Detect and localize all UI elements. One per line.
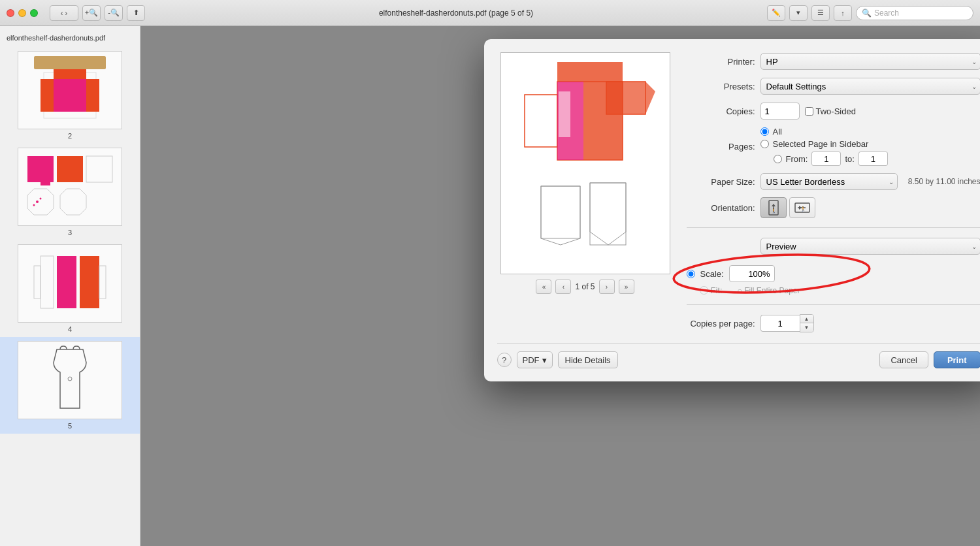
- fit-label: Fit:: [711, 285, 723, 295]
- close-button[interactable]: [7, 9, 14, 17]
- svg-rect-3: [41, 79, 54, 112]
- share-icon: ⬆: [133, 8, 139, 17]
- cancel-button[interactable]: Cancel: [879, 351, 928, 368]
- thumb-svg-3: [21, 150, 119, 225]
- annotation-button[interactable]: ✏️: [767, 5, 785, 21]
- svg-rect-2: [54, 79, 86, 112]
- copies-per-page-input[interactable]: [760, 315, 800, 332]
- sidebar-page-3[interactable]: 3: [0, 144, 140, 240]
- share2-button[interactable]: ↑: [834, 5, 852, 21]
- prev-page-btn[interactable]: ‹: [555, 280, 571, 294]
- minimize-button[interactable]: [18, 9, 26, 17]
- svg-point-13: [36, 201, 39, 203]
- first-page-btn[interactable]: «: [536, 280, 551, 294]
- thumbnail-2: [18, 51, 122, 129]
- presets-select-wrapper: Default Settings ⌄: [760, 78, 981, 95]
- scale-radio[interactable]: [687, 270, 695, 278]
- stepper-up-btn[interactable]: ▲: [800, 315, 813, 323]
- dialog-footer: ? PDF ▾ Hide Details Cancel Print: [497, 343, 981, 368]
- selected-page-row: Selected Page in Sidebar: [760, 139, 888, 149]
- svg-text:🚶: 🚶: [771, 208, 777, 214]
- svg-marker-9: [27, 189, 54, 215]
- pdf-dropdown-arrow: ▾: [542, 355, 547, 365]
- scale-input[interactable]: [729, 265, 775, 282]
- landscape-icon: 🚶: [794, 201, 811, 214]
- print-button[interactable]: Print: [934, 351, 980, 368]
- page-area: « ‹ 1 of 5 › »: [140, 26, 980, 546]
- thumb-svg-5: [21, 343, 119, 418]
- sidebar-page-5[interactable]: 5: [0, 337, 140, 434]
- svg-rect-17: [57, 256, 76, 308]
- fit-row: Fit: ○ Fill Entire Paper: [687, 285, 981, 295]
- pages-label: Pages:: [687, 142, 755, 152]
- copies-per-page-stepper: ▲ ▼: [760, 314, 814, 332]
- selected-page-radio[interactable]: [760, 140, 769, 148]
- thumb-label-2: 2: [68, 132, 72, 140]
- all-pages-radio[interactable]: [760, 127, 769, 136]
- sidebar: elfontheshelf-dasherdonuts.pdf: [0, 26, 140, 546]
- printer-select[interactable]: HP: [760, 53, 981, 70]
- fill-paper-option: ○ Fill Entire Paper: [738, 286, 800, 295]
- pdf-label: PDF: [523, 355, 540, 365]
- svg-rect-5: [54, 69, 86, 79]
- page-indicator: 1 of 5: [575, 282, 595, 291]
- last-page-btn[interactable]: »: [619, 280, 634, 294]
- footer-right: Cancel Print: [879, 351, 980, 368]
- copies-per-page-row: Copies per page: ▲ ▼: [687, 314, 981, 332]
- from-to-row: From: to:: [774, 152, 888, 166]
- svg-rect-20: [99, 266, 106, 298]
- printer-label: Printer:: [687, 57, 755, 67]
- from-input[interactable]: [811, 152, 841, 166]
- orientation-buttons: 🚶 🚶: [760, 197, 815, 218]
- thumbnail-5: [18, 341, 122, 419]
- zoom-out-button[interactable]: -🔍: [105, 5, 123, 21]
- portrait-btn[interactable]: 🚶: [760, 197, 787, 218]
- printer-row: Printer: HP ⌄: [687, 52, 981, 71]
- svg-marker-36: [772, 204, 776, 206]
- print-dialog: « ‹ 1 of 5 › »: [484, 39, 981, 381]
- section-select[interactable]: Preview: [760, 238, 981, 255]
- presets-select[interactable]: Default Settings: [760, 78, 981, 95]
- svg-rect-4: [86, 79, 99, 112]
- sidebar-page-2[interactable]: 2: [0, 47, 140, 144]
- paper-size-label: Paper Size:: [687, 177, 755, 187]
- preview-svg: [505, 56, 665, 271]
- svg-marker-10: [60, 189, 86, 215]
- orientation-label: Orientation:: [687, 203, 755, 213]
- help-button[interactable]: ?: [497, 353, 512, 367]
- share-button[interactable]: ⬆: [127, 5, 145, 21]
- main-content: elfontheshelf-dasherdonuts.pdf: [0, 26, 980, 546]
- portrait-icon: 🚶: [767, 199, 780, 216]
- nav-back-forward[interactable]: ‹ ›: [50, 5, 78, 21]
- pdf-button[interactable]: PDF ▾: [517, 351, 553, 368]
- zoom-in-button[interactable]: +🔍: [82, 5, 101, 21]
- section-select-wrapper: Preview ⌄: [760, 238, 981, 255]
- titlebar-right: ✏️ ▾ ☰ ↑ 🔍 Search: [767, 5, 973, 21]
- dropdown-button[interactable]: ▾: [789, 5, 808, 21]
- chevron-down-icon: ▾: [796, 8, 800, 17]
- thumb-label-3: 3: [68, 229, 72, 236]
- hide-details-button[interactable]: Hide Details: [558, 351, 618, 368]
- print-controls: Printer: HP ⌄ Presets: D: [687, 52, 981, 332]
- to-input[interactable]: [858, 152, 888, 166]
- all-pages-label: All: [773, 127, 782, 136]
- preview-box: [500, 52, 670, 274]
- paper-size-select[interactable]: US Letter Borderless: [760, 173, 898, 190]
- from-to-radio[interactable]: [774, 155, 782, 163]
- share2-icon: ↑: [841, 9, 845, 17]
- two-sided-checkbox[interactable]: [805, 107, 813, 116]
- sidebar-toggle[interactable]: ☰: [811, 5, 830, 21]
- maximize-button[interactable]: [30, 9, 38, 17]
- presets-label: Presets:: [687, 82, 755, 91]
- search-box[interactable]: 🔍 Search: [856, 6, 973, 20]
- next-page-btn[interactable]: ›: [599, 280, 615, 294]
- landscape-btn[interactable]: 🚶: [789, 197, 815, 218]
- fit-radio[interactable]: [700, 286, 708, 295]
- thumb-svg-2: [21, 53, 119, 128]
- zoom-in-icon: +🔍: [85, 8, 98, 17]
- from-label: From:: [786, 154, 808, 164]
- stepper-down-btn[interactable]: ▼: [800, 323, 813, 332]
- copies-input[interactable]: [760, 103, 800, 120]
- sidebar-page-4[interactable]: 4: [0, 240, 140, 337]
- search-placeholder: Search: [874, 8, 899, 18]
